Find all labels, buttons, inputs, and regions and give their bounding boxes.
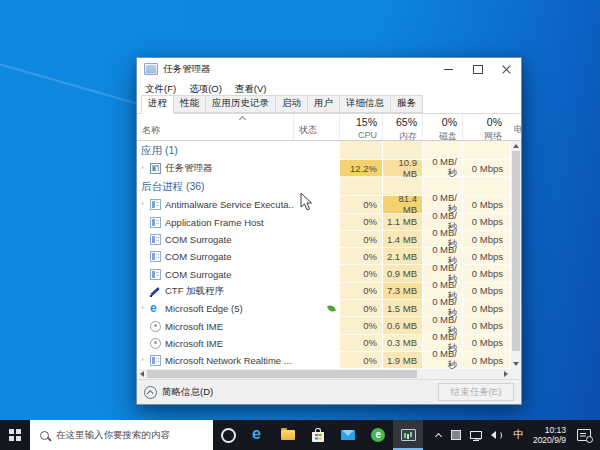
group-row[interactable]: 应用 (1) bbox=[137, 141, 521, 160]
vertical-scroll-thumb[interactable] bbox=[512, 151, 520, 351]
tab[interactable]: 用户 bbox=[307, 95, 340, 113]
cpu-value: 0% bbox=[340, 231, 383, 248]
column-name-header[interactable]: 名称 bbox=[137, 114, 294, 140]
edge-taskbar-button[interactable] bbox=[243, 420, 273, 450]
tab[interactable]: 服务 bbox=[390, 95, 423, 113]
process-row[interactable]: Antimalware Service Executa... 0% 81.4 M… bbox=[137, 196, 521, 213]
network-value: 0 Mbps bbox=[463, 317, 511, 334]
maximize-icon bbox=[473, 65, 483, 74]
group-row[interactable]: 后台进程 (36) bbox=[137, 177, 521, 196]
cpu-value: 0% bbox=[340, 317, 383, 334]
tab-bar: 进程性能应用历史记录启动用户详细信息服务 bbox=[137, 98, 521, 114]
maximize-button[interactable] bbox=[463, 58, 492, 80]
cpu-value: 0% bbox=[340, 352, 383, 369]
memory-value: 2.1 MB bbox=[383, 248, 423, 265]
browser-green-taskbar-button[interactable] bbox=[363, 420, 393, 450]
scroll-right-icon[interactable] bbox=[501, 369, 511, 379]
horizontal-scrollbar[interactable] bbox=[137, 369, 511, 379]
expand-chevron-icon[interactable] bbox=[141, 304, 149, 312]
process-row[interactable]: Microsoft Network Realtime ... 0% 1.9 MB… bbox=[137, 352, 521, 369]
volume-icon[interactable] bbox=[491, 430, 504, 440]
process-row[interactable]: Microsoft IME 0% 0.3 MB 0 MB/秒 0 Mbps bbox=[137, 335, 521, 352]
expand-chevron-icon[interactable] bbox=[141, 356, 149, 364]
process-row[interactable]: COM Surrogate 0% 0.9 MB 0 MB/秒 0 Mbps bbox=[137, 265, 521, 282]
default-app-icon bbox=[150, 269, 161, 280]
group-name: 应用 (1) bbox=[141, 144, 178, 158]
metric-column-header[interactable]: 15% CPU bbox=[340, 114, 383, 140]
process-row[interactable]: Microsoft Edge (5) 0% 1.5 MB 0 MB/秒 0 Mb… bbox=[137, 300, 521, 317]
mail-taskbar-button[interactable] bbox=[333, 420, 363, 450]
metric-column-header[interactable]: 65% 内存 bbox=[383, 114, 423, 140]
process-name: Microsoft IME bbox=[165, 338, 223, 349]
task-manager-icon bbox=[150, 163, 161, 174]
process-row[interactable]: COM Surrogate 0% 1.4 MB 0 MB/秒 0 Mbps bbox=[137, 231, 521, 248]
process-row[interactable]: CTF 加载程序 0% 7.3 MB 0 MB/秒 0 Mbps bbox=[137, 283, 521, 300]
minimize-icon bbox=[444, 69, 453, 70]
process-row[interactable]: Microsoft IME 0% 0.6 MB 0 MB/秒 0 Mbps bbox=[137, 317, 521, 334]
cortana-taskbar-button[interactable] bbox=[213, 420, 243, 450]
memory-value: 1.4 MB bbox=[383, 231, 423, 248]
column-header: 名称 状态 15% CPU 65% 内存 0% 磁盘 0% 网络 电 bbox=[137, 114, 521, 141]
taskbar-clock[interactable]: 10:13 2020/9/9 bbox=[533, 425, 566, 445]
minimize-button[interactable] bbox=[434, 58, 463, 80]
network-icon[interactable] bbox=[470, 431, 482, 439]
horizontal-scroll-thumb[interactable] bbox=[147, 370, 417, 378]
search-placeholder: 在这里输入你要搜索的内容 bbox=[56, 429, 170, 442]
mouse-cursor bbox=[300, 192, 313, 211]
network-value: 0 Mbps bbox=[463, 231, 511, 248]
details-toggle[interactable]: 简略信息(D) bbox=[144, 386, 213, 399]
memory-value: 0.3 MB bbox=[383, 335, 423, 352]
memory-value: 7.3 MB bbox=[383, 283, 423, 300]
close-button[interactable] bbox=[492, 58, 521, 80]
browser-green-icon bbox=[371, 428, 385, 442]
tab[interactable]: 启动 bbox=[275, 95, 308, 113]
default-app-icon bbox=[150, 251, 161, 262]
tray-app-icon[interactable] bbox=[451, 430, 461, 440]
start-button[interactable] bbox=[0, 420, 30, 450]
ime-indicator[interactable]: 中 bbox=[513, 428, 524, 442]
scrollbar-corner bbox=[511, 369, 521, 379]
tab[interactable]: 进程 bbox=[141, 95, 174, 114]
tab[interactable]: 性能 bbox=[173, 95, 206, 113]
memory-value: 0.9 MB bbox=[383, 265, 423, 282]
tab[interactable]: 应用历史记录 bbox=[205, 95, 276, 113]
tab[interactable]: 详细信息 bbox=[339, 95, 391, 113]
menu-item[interactable]: 选项(O) bbox=[189, 83, 222, 96]
file-explorer-taskbar-button[interactable] bbox=[273, 420, 303, 450]
menu-item[interactable]: 查看(V) bbox=[235, 83, 267, 96]
expand-chevron-icon[interactable] bbox=[141, 164, 149, 172]
pinned-apps bbox=[213, 420, 423, 450]
vertical-scrollbar[interactable] bbox=[511, 141, 521, 369]
ime-icon bbox=[150, 321, 161, 332]
metric-column-header[interactable]: 0% 网络 bbox=[463, 114, 511, 140]
scroll-up-icon[interactable] bbox=[511, 141, 521, 151]
memory-value: 1.1 MB bbox=[383, 214, 423, 231]
cpu-value: 0% bbox=[340, 248, 383, 265]
end-task-button[interactable]: 结束任务(E) bbox=[438, 383, 514, 401]
column-status-header[interactable]: 状态 bbox=[294, 114, 340, 140]
tray-chevron-up-icon[interactable] bbox=[434, 431, 442, 439]
process-row[interactable]: COM Surrogate 0% 2.1 MB 0 MB/秒 0 Mbps bbox=[137, 248, 521, 265]
taskbar-search[interactable]: 在这里输入你要搜索的内容 bbox=[30, 420, 213, 450]
memory-value: 0.6 MB bbox=[383, 317, 423, 334]
close-icon bbox=[502, 65, 511, 74]
process-name: COM Surrogate bbox=[165, 234, 232, 245]
scroll-left-icon[interactable] bbox=[137, 369, 147, 379]
process-list: 应用 (1) 任务管理器 12.2% 10.9 MB 0 MB/秒 0 Mbps… bbox=[137, 141, 521, 369]
task-manager-taskbar-button[interactable] bbox=[393, 420, 423, 450]
expand-chevron-icon[interactable] bbox=[141, 200, 149, 208]
process-row[interactable]: Application Frame Host 0% 1.1 MB 0 MB/秒 … bbox=[137, 214, 521, 231]
network-value: 0 Mbps bbox=[463, 300, 511, 317]
memory-value: 1.9 MB bbox=[383, 352, 423, 369]
title-bar[interactable]: 任务管理器 bbox=[137, 58, 521, 80]
scroll-down-icon[interactable] bbox=[511, 359, 521, 369]
edge-icon bbox=[251, 428, 265, 442]
process-name: Microsoft IME bbox=[165, 321, 223, 332]
store-taskbar-button[interactable] bbox=[303, 420, 333, 450]
metric-column-header[interactable]: 0% 磁盘 bbox=[423, 114, 463, 140]
action-center-icon[interactable] bbox=[577, 429, 591, 441]
cpu-value: 0% bbox=[340, 300, 383, 317]
metric-total-value: 0% bbox=[423, 116, 457, 128]
menu-item[interactable]: 文件(F) bbox=[145, 83, 176, 96]
process-row[interactable]: 任务管理器 12.2% 10.9 MB 0 MB/秒 0 Mbps bbox=[137, 160, 521, 177]
